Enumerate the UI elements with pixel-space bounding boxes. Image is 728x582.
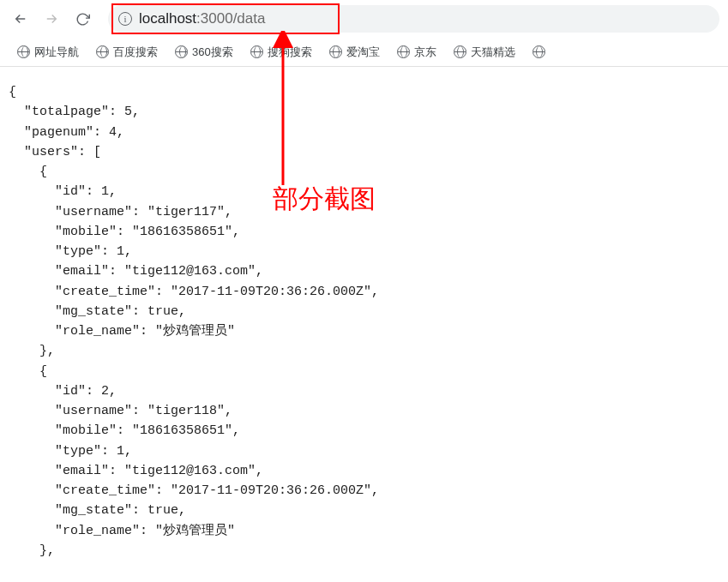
reload-button[interactable]: [70, 7, 94, 31]
bookmark-item[interactable]: 百度搜索: [89, 41, 165, 63]
bookmark-label: 360搜索: [192, 45, 233, 60]
bookmark-item-more[interactable]: [526, 42, 552, 62]
page-json-content: { "totalpage": 5, "pagenum": 4, "users":…: [0, 67, 728, 576]
url-host: localhost: [139, 10, 196, 27]
url-text: localhost:3000/data: [139, 10, 265, 27]
globe-icon: [96, 45, 109, 58]
bookmark-label: 天猫精选: [471, 45, 515, 60]
globe-icon: [250, 45, 263, 58]
globe-icon: [397, 45, 410, 58]
bookmark-item[interactable]: 天猫精选: [447, 41, 522, 63]
bookmark-item[interactable]: 360搜索: [168, 41, 240, 63]
globe-icon: [532, 45, 545, 58]
bookmark-item[interactable]: 京东: [390, 41, 443, 63]
bookmark-label: 百度搜索: [113, 45, 158, 60]
bookmark-label: 网址导航: [34, 45, 79, 60]
globe-icon: [454, 45, 466, 58]
url-rest: :3000/data: [196, 10, 265, 27]
bookmark-label: 京东: [414, 45, 436, 60]
globe-icon: [175, 45, 188, 58]
bookmark-label: 爱淘宝: [346, 45, 380, 60]
forward-button[interactable]: [39, 7, 63, 31]
browser-toolbar: i localhost:3000/data: [0, 0, 728, 38]
bookmark-item[interactable]: 网址导航: [10, 41, 86, 63]
bookmark-item[interactable]: 搜狗搜索: [244, 41, 319, 63]
back-button[interactable]: [9, 7, 33, 31]
address-bar[interactable]: i localhost:3000/data: [108, 5, 719, 33]
globe-icon: [17, 45, 30, 58]
bookmarks-bar: 网址导航 百度搜索 360搜索 搜狗搜索 爱淘宝 京东 天猫精选: [0, 38, 728, 67]
bookmark-item[interactable]: 爱淘宝: [322, 41, 387, 63]
globe-icon: [329, 45, 342, 58]
site-info-icon[interactable]: i: [118, 12, 132, 26]
bookmark-label: 搜狗搜索: [268, 45, 312, 60]
